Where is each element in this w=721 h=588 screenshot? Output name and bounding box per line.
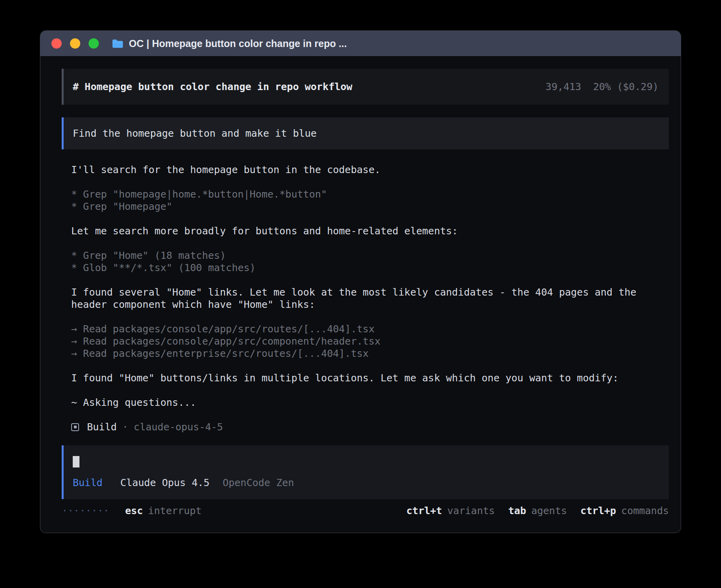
status-bar-left: ········ escinterrupt <box>62 505 202 517</box>
read-call: → Read packages/console/app/src/componen… <box>71 335 669 347</box>
status-bar-right: ctrl+tvariants tabagents ctrl+pcommands <box>406 505 669 517</box>
tool-call-group-2: * Grep "Home" (18 matches) * Glob "**/*.… <box>71 249 669 274</box>
token-count: 39,413 <box>545 81 581 93</box>
read-call-group: → Read packages/console/app/src/routes/[… <box>71 323 669 360</box>
agent-status: Build · claude-opus-4-5 <box>71 421 669 433</box>
model-name: Claude Opus 4.5 <box>120 477 210 488</box>
titlebar[interactable]: OC | Homepage button color change in rep… <box>40 31 681 56</box>
tool-call: * Grep "Home" (18 matches) <box>71 249 669 262</box>
agent-mode-label: Build <box>73 477 102 488</box>
read-call: → Read packages/enterprise/src/routes/[.… <box>71 347 669 360</box>
minimize-button[interactable] <box>70 38 80 49</box>
shortcut-commands: ctrl+pcommands <box>580 505 669 517</box>
tool-call: * Glob "**/*.tsx" (100 matches) <box>71 262 669 274</box>
shortcut-key: esc <box>125 505 143 516</box>
agent-icon-dot <box>74 426 77 428</box>
text-cursor <box>73 456 79 467</box>
shortcut-label: commands <box>621 505 669 516</box>
shortcut-variants: ctrl+tvariants <box>406 505 495 517</box>
close-button[interactable] <box>51 38 62 49</box>
folder-icon <box>111 39 124 49</box>
terminal-window: OC | Homepage button color change in rep… <box>40 31 681 533</box>
terminal-content: # Homepage button color change in repo w… <box>40 56 681 517</box>
asking-status: ~ Asking questions... <box>71 396 669 409</box>
input-status-line: Build Claude Opus 4.5 OpenCode Zen <box>73 477 659 489</box>
shortcut-key: ctrl+t <box>406 505 442 516</box>
user-message-text: Find the homepage button and make it blu… <box>73 128 317 139</box>
input-line[interactable] <box>73 456 659 468</box>
tool-call-group-1: * Grep "homepage|home.*button|Home.*butt… <box>71 188 669 213</box>
agent-name: Build <box>87 421 117 433</box>
spinner-dots-icon: ········ <box>62 505 109 517</box>
shortcut-interrupt: escinterrupt <box>125 505 202 517</box>
traffic-lights <box>51 38 99 49</box>
shortcut-label: agents <box>531 505 567 516</box>
separator-dot: · <box>122 421 128 433</box>
shortcut-label: variants <box>447 505 495 516</box>
assistant-broaden: Let me search more broadly for buttons a… <box>71 225 669 237</box>
tool-call: * Grep "homepage|home.*button|Home.*butt… <box>71 188 669 200</box>
session-title: # Homepage button color change in repo w… <box>73 81 352 93</box>
prompt-input[interactable]: Build Claude Opus 4.5 OpenCode Zen <box>62 445 669 499</box>
assistant-candidates: I found several "Home" links. Let me loo… <box>71 286 669 311</box>
user-message-block: Find the homepage button and make it blu… <box>62 117 669 149</box>
shortcut-key: ctrl+p <box>580 505 616 516</box>
assistant-intro: I'll search for the homepage button in t… <box>71 164 669 176</box>
session-stats: 39,413 20% ($0.29) <box>545 81 659 93</box>
shortcut-key: tab <box>508 505 526 516</box>
provider-name: OpenCode Zen <box>223 477 294 488</box>
agent-icon <box>71 423 79 431</box>
shortcut-agents: tabagents <box>508 505 567 517</box>
session-header: # Homepage button color change in repo w… <box>62 69 669 105</box>
window-title-text: OC | Homepage button color change in rep… <box>129 38 347 49</box>
tool-call: * Grep "Homepage" <box>71 200 669 213</box>
agent-model: claude-opus-4-5 <box>134 421 223 433</box>
context-usage: 20% ($0.29) <box>593 81 659 93</box>
window-title: OC | Homepage button color change in rep… <box>111 38 347 49</box>
status-bar: ········ escinterrupt ctrl+tvariants tab… <box>62 505 669 517</box>
read-call: → Read packages/console/app/src/routes/[… <box>71 323 669 335</box>
zoom-button[interactable] <box>89 38 99 49</box>
assistant-ask: I found "Home" buttons/links in multiple… <box>71 372 669 384</box>
shortcut-label: interrupt <box>148 505 202 516</box>
